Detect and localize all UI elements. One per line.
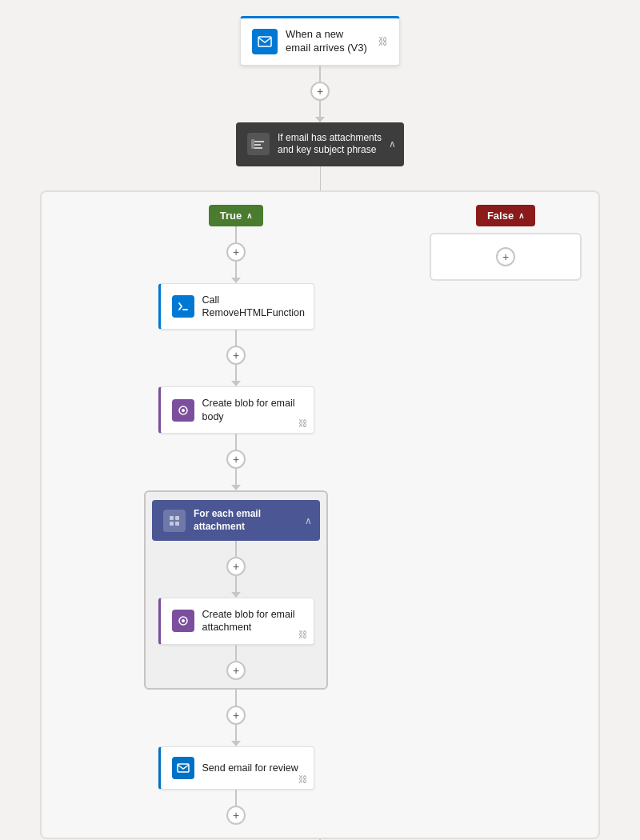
blob-attachment-link: ⛓: [298, 630, 307, 639]
trigger-label: When a new email arrives (V3): [286, 28, 370, 55]
false-branch-btn[interactable]: False ∧: [476, 205, 535, 226]
create-blob-attachment-card[interactable]: Create blob for email attachment ⛓: [158, 598, 314, 645]
add-in-loop[interactable]: +: [226, 557, 246, 576]
call-function-label: Call RemoveHTMLFunction: [202, 294, 306, 320]
conn-loop-bottom: +: [226, 645, 246, 680]
conn-2: +: [226, 330, 246, 386]
foreach-card[interactable]: For each email attachment ∧: [152, 500, 320, 541]
false-branch: False ∧ +: [426, 205, 586, 825]
conn-3: +: [226, 434, 246, 490]
create-blob-body-card[interactable]: Create blob for email body ⛓: [158, 386, 314, 434]
trigger-link-icon: ⛓: [378, 36, 388, 47]
condition-icon: [247, 133, 270, 155]
true-branch: True ∧ + Call Remo: [54, 205, 418, 825]
foreach-label: For each email attachment: [194, 508, 309, 533]
send-email-label: Send email for review: [202, 762, 298, 774]
true-add-connector: +: [226, 226, 246, 283]
foreach-container: For each email attachment ∧ +: [144, 490, 328, 690]
condition-label: If email has attachments and key subject…: [278, 132, 393, 157]
condition-collapse-btn[interactable]: ∧: [389, 138, 396, 150]
loop-icon: [163, 510, 186, 532]
add-in-true-top[interactable]: +: [226, 242, 246, 262]
add-true-bottom[interactable]: +: [226, 806, 246, 825]
trigger-card[interactable]: When a new email arrives (V3) ⛓: [240, 16, 400, 66]
create-blob-body-label: Create blob for email body: [202, 397, 302, 423]
svg-rect-13: [178, 764, 189, 772]
conn-4: +: [226, 690, 246, 746]
add-after-loop[interactable]: +: [226, 706, 246, 725]
add-after-blob-body[interactable]: +: [226, 450, 246, 469]
connector-1: +: [310, 66, 330, 122]
call-function-card[interactable]: Call RemoveHTMLFunction: [158, 283, 314, 330]
function-icon: [172, 295, 194, 318]
branch-area: True ∧ + Call Remo: [40, 166, 600, 839]
flow-container: When a new email arrives (V3) ⛓ + If ema…: [0, 16, 640, 840]
blob-body-icon: [172, 399, 194, 422]
svg-rect-8: [175, 516, 179, 520]
create-blob-attachment-label: Create blob for email attachment: [202, 608, 302, 634]
foreach-collapse-btn[interactable]: ∧: [305, 515, 312, 526]
add-after-function[interactable]: +: [226, 346, 246, 365]
svg-point-12: [182, 619, 185, 622]
send-email-card[interactable]: Send email for review ⛓: [158, 746, 314, 790]
svg-rect-4: [251, 139, 254, 149]
svg-point-6: [182, 409, 185, 412]
add-in-false[interactable]: +: [496, 247, 515, 266]
send-email-icon: [172, 757, 194, 779]
blob-body-link: ⛓: [298, 418, 307, 428]
false-inner-container: +: [430, 233, 582, 281]
conn-true-bottom: +: [226, 790, 246, 825]
svg-rect-7: [170, 516, 174, 520]
condition-card[interactable]: If email has attachments and key subject…: [236, 122, 404, 166]
blob-attachment-icon: [172, 610, 194, 632]
email-trigger-icon: [252, 29, 278, 54]
branch-border: True ∧ + Call Remo: [40, 190, 600, 839]
add-after-trigger[interactable]: +: [310, 82, 330, 101]
svg-rect-1: [253, 141, 264, 142]
svg-rect-10: [175, 522, 179, 526]
add-loop-bottom[interactable]: +: [226, 661, 246, 680]
svg-rect-9: [170, 522, 174, 526]
true-branch-btn[interactable]: True ∧: [209, 205, 263, 226]
conn-loop-top: +: [226, 541, 246, 598]
svg-rect-0: [258, 37, 271, 46]
send-email-link: ⛓: [298, 774, 307, 784]
